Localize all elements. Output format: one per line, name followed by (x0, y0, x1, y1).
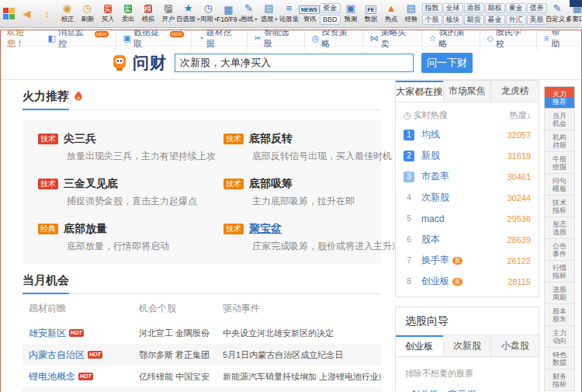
options-funds-button-bottom[interactable]: 基金 (485, 15, 505, 25)
scroll-buttons[interactable]: ↕ (37, 1, 57, 26)
hot-keyword[interactable]: 市盈率 (421, 170, 449, 183)
refresh-button[interactable]: ◷刷新 (78, 1, 97, 26)
gold-forex-button-bottom[interactable]: 外汇 (506, 15, 526, 25)
welcome-item-invest-strategy[interactable]: ◎投资策略 (304, 29, 362, 50)
huoli-item-title[interactable]: 底部反转 (249, 132, 293, 146)
f10-f9-button[interactable]: ▦F10/F9 ▾ (219, 1, 238, 26)
strip-tab-6[interactable]: 形态选股 (544, 217, 575, 239)
app-logo[interactable] (3, 8, 15, 20)
tab-wizard-1[interactable]: 次新股 (443, 335, 491, 356)
hot-keyword[interactable]: 新股 (421, 149, 440, 162)
hot-keyword[interactable]: 创业板 (421, 275, 449, 288)
strip-tab-10[interactable]: 股本股东 (544, 304, 575, 326)
welcome-item-investor-school[interactable]: ◇股民学校 (480, 29, 537, 50)
hotspot-button[interactable]: ▲热点 (382, 1, 401, 26)
index-stock-button-bottom[interactable]: 个股 (422, 15, 442, 25)
options-funds-button[interactable]: 期权基金 (485, 1, 505, 26)
hk-futures-button[interactable]: 港股期货 (464, 1, 484, 26)
watchlist-button[interactable]: ★自选股 ▾ (178, 1, 198, 26)
options-funds-button-top[interactable]: 期权 (485, 3, 505, 13)
back-button[interactable]: ◀ (17, 1, 36, 26)
bonds-us-button-top[interactable]: 债券 (527, 3, 547, 13)
gold-forex-button[interactable]: 黄金外汇 (506, 1, 526, 26)
strip-tab-4[interactable]: 问句模板 (544, 174, 575, 196)
welcome-item-data-extract[interactable]: ▣数据提取NEW (116, 29, 191, 50)
data-button[interactable]: FE数据 (362, 1, 381, 26)
strip-tab-12[interactable]: 特色数据 (544, 348, 575, 369)
hk-futures-button-top[interactable]: 港股 (464, 3, 484, 13)
experience-button-icon: ▤ (407, 3, 416, 14)
forum-button[interactable]: ≡论股堂 (279, 1, 299, 26)
news-button[interactable]: NEWS资讯 (300, 1, 319, 26)
heat-sort[interactable]: 热度↓ (510, 109, 532, 121)
strip-tab-8[interactable]: 行情指标 (544, 261, 575, 283)
simulate-button[interactable]: 模模拟 (138, 1, 158, 26)
global-sector-button-bottom[interactable]: 板块 (443, 15, 463, 25)
global-sector-button[interactable]: 全球板块 (443, 1, 463, 26)
wizard-link[interactable]: 创业板，非亏损 (405, 388, 529, 392)
sell-button[interactable]: 卖卖出 (118, 1, 137, 26)
hot-keyword[interactable]: 换手率 (421, 254, 449, 267)
hot-keyword[interactable]: macd (421, 213, 444, 224)
funds-bbd-button[interactable]: 资金BBD (320, 1, 341, 26)
welcome-item-message-monitor[interactable]: ◧消息监控NEW (40, 29, 115, 50)
welcome-item-theme-mining[interactable]: ◔题材挖掘 (191, 29, 247, 50)
theme-text[interactable]: 雄安新区 (29, 327, 66, 340)
welcome-item-smart-pick[interactable]: ✂智能选股 (247, 29, 304, 50)
bonds-us-button-bottom[interactable]: 美股 (527, 15, 547, 25)
huoli-item-title[interactable]: 聚宝盆 (249, 222, 282, 236)
funds-bbd-button-top[interactable]: 资金 (320, 3, 341, 13)
strip-tab-1[interactable]: 当月机会 (544, 109, 575, 130)
strip-tab-13[interactable]: 财务指标 (544, 369, 575, 391)
draw-line-button[interactable]: ✎画线 ▾ (239, 1, 258, 26)
theme-text[interactable]: 内蒙古自治区 (29, 349, 85, 362)
hot-keyword[interactable]: 均线 (421, 128, 440, 141)
tab-hot-2[interactable]: 龙虎榜 (490, 81, 539, 102)
customize-button[interactable]: ✎自定义 ▾ (548, 1, 567, 26)
strip-tab-9[interactable]: 选股周期 (544, 283, 575, 304)
search-input[interactable] (175, 54, 414, 72)
welcome-item-strategy-trade[interactable]: ⋈策略买卖 (362, 29, 421, 50)
tab-wizard-2[interactable]: 小盘股 (490, 335, 539, 356)
bonds-us-button[interactable]: 债券美股 (527, 1, 547, 26)
experience-button[interactable]: ▤经验 (402, 1, 421, 26)
huoli-item-title[interactable]: 底部放量 (64, 222, 107, 236)
huoli-item-title[interactable]: 底部吸筹 (249, 177, 293, 191)
theme-link[interactable]: 内蒙古自治区HOT (29, 349, 139, 362)
tab-hot-0[interactable]: 大家都在搜 (396, 81, 443, 102)
ask-wencai-button[interactable]: 问一下财 (421, 53, 473, 73)
welcome-item-help[interactable]: ≡帮助 (536, 29, 575, 50)
scroll-buttons-icon: ↕ (44, 9, 50, 19)
huoli-item-title[interactable]: 尖三兵 (64, 132, 96, 146)
stocks-cell[interactable]: 鄂尔多斯 君正集团 (139, 349, 223, 361)
tab-hot-1[interactable]: 市场聚焦 (443, 81, 491, 102)
strip-tab-0[interactable]: 火力推荐 (544, 86, 575, 109)
funds-bbd-button-bottom[interactable]: BBD (320, 15, 341, 25)
period-button[interactable]: ◷周期 ▾ (199, 1, 218, 26)
strip-tab-3[interactable]: 牛股挖掘 (544, 152, 575, 174)
strip-tab-11[interactable]: 主力动向 (544, 326, 575, 348)
gold-forex-button-top[interactable]: 黄金 (506, 3, 526, 13)
open-account-button[interactable]: 户开户 (158, 1, 178, 26)
huoli-item-title[interactable]: 三金叉见底 (64, 177, 118, 191)
theme-link[interactable]: 锂电池概念HOT (29, 370, 139, 383)
theme-text[interactable]: 锂电池概念 (29, 370, 75, 383)
theme-link[interactable]: 雄安新区HOT (29, 327, 139, 340)
strip-tab-7[interactable]: 公告事件 (544, 239, 575, 261)
stock-pick-button[interactable]: ▤选股 ▾ (259, 1, 279, 26)
stocks-cell[interactable]: 河北宣工 金隅股份 (139, 328, 223, 339)
welcome-item-my-strategy[interactable]: ☆我的策略 (421, 29, 480, 50)
correct-button[interactable]: ◉校正 (57, 1, 77, 26)
stocks-cell[interactable]: 亿纬锂能 中国宝安 (139, 371, 223, 383)
tab-wizard-0[interactable]: 创业板 (396, 335, 443, 356)
buy-button[interactable]: 买买入 (98, 1, 117, 26)
global-sector-button-top[interactable]: 全球 (443, 3, 463, 13)
strip-tab-2[interactable]: 机构持股 (544, 130, 575, 152)
index-stock-button-top[interactable]: 指数 (422, 3, 442, 13)
strip-tab-5[interactable]: 技术指标 (544, 196, 575, 217)
hk-futures-button-bottom[interactable]: 期货 (464, 15, 484, 25)
hot-keyword[interactable]: 次新股 (421, 191, 449, 204)
forecast-button[interactable]: ▣预测 (341, 1, 361, 26)
hot-keyword[interactable]: 股本 (421, 233, 440, 246)
index-stock-button[interactable]: 指数个股 (422, 1, 442, 26)
